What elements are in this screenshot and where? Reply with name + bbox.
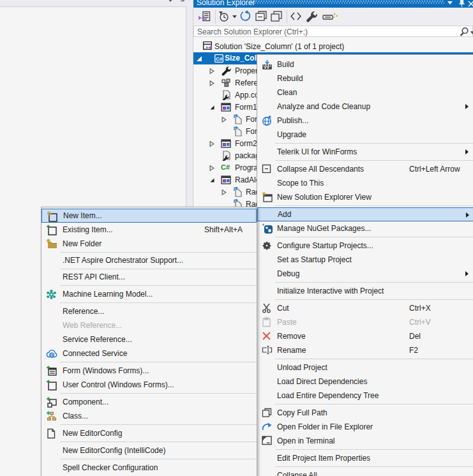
svg-text:C#: C#: [216, 56, 223, 62]
